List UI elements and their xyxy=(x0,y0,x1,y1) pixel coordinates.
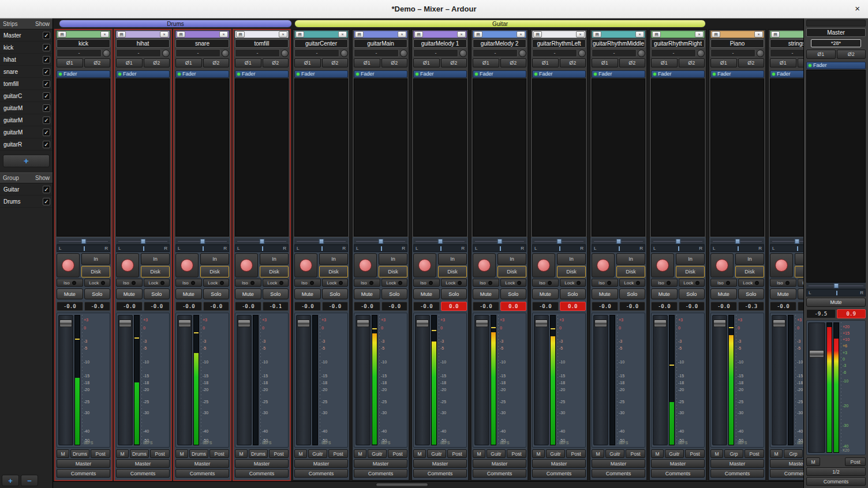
pan-control[interactable] xyxy=(806,283,866,289)
pan-range[interactable]: L R xyxy=(175,245,229,252)
trim-display[interactable]: - xyxy=(175,49,220,57)
input-monitor-button[interactable]: In xyxy=(676,253,705,265)
visibility-checkbox[interactable]: ✓ xyxy=(43,129,50,136)
solo-isolate-button[interactable]: Iso xyxy=(294,279,321,287)
mute-button[interactable]: Mute xyxy=(473,288,499,299)
strip-name-button[interactable]: strings xyxy=(770,39,803,48)
fader-handle[interactable] xyxy=(476,320,488,327)
fader[interactable] xyxy=(534,315,549,445)
m-button[interactable]: M xyxy=(413,449,426,458)
output-button[interactable]: Master xyxy=(57,459,110,468)
disk-monitor-button[interactable]: Disk xyxy=(260,266,289,277)
fader-handle[interactable] xyxy=(238,320,250,327)
strip-color-bar[interactable]: ▤ × xyxy=(57,31,110,38)
phase-invert-2-button[interactable]: Ø2 xyxy=(619,58,646,67)
monitor-icon[interactable]: ▤ xyxy=(295,31,304,37)
peak-display[interactable]: 0.0 xyxy=(560,302,586,311)
monitor-icon[interactable]: ▤ xyxy=(117,31,126,37)
trim-knob[interactable] xyxy=(519,50,526,57)
monitor-icon[interactable]: ▤ xyxy=(533,31,542,37)
phase-invert-1-button[interactable]: Ø1 xyxy=(235,58,261,67)
pan-handle[interactable] xyxy=(735,239,740,244)
gain-display[interactable]: -0.0 xyxy=(532,302,559,311)
strip-name-button[interactable]: Piano xyxy=(710,39,764,48)
phase-invert-2-button[interactable]: Ø2 xyxy=(381,58,408,67)
fader-processor-entry[interactable]: Fader xyxy=(175,70,229,78)
phase-invert-2-button[interactable]: Ø2 xyxy=(837,50,866,59)
trim-knob[interactable] xyxy=(341,50,348,57)
comments-button[interactable]: Comments xyxy=(413,469,467,478)
phase-invert-1-button[interactable]: Ø1 xyxy=(57,58,83,67)
trim-display[interactable]: - xyxy=(473,49,518,57)
record-arm-button[interactable] xyxy=(235,253,258,277)
phase-invert-2-button[interactable]: Ø2 xyxy=(798,58,804,67)
solo-isolate-button[interactable]: Iso xyxy=(116,279,143,287)
fader-handle[interactable] xyxy=(59,320,72,327)
sidebar-strip-item[interactable]: guitarM✓ xyxy=(0,126,53,138)
meter-point-button[interactable]: Post xyxy=(744,449,764,458)
pan-range[interactable]: L R xyxy=(57,245,110,252)
comments-button[interactable]: Comments xyxy=(710,469,764,478)
strip-name-button[interactable]: guitarRhythmLeft xyxy=(532,39,586,48)
processor-box[interactable] xyxy=(294,78,348,237)
input-monitor-button[interactable]: In xyxy=(260,253,289,265)
meter-point-button[interactable]: Post xyxy=(566,449,586,458)
strip-close-icon[interactable]: × xyxy=(160,31,169,37)
fader-processor-entry[interactable]: Fader xyxy=(651,70,705,78)
output-button[interactable]: Master xyxy=(770,459,803,468)
pan-handle[interactable] xyxy=(319,239,324,244)
fader-handle[interactable] xyxy=(594,320,607,327)
solo-isolate-button[interactable]: Iso xyxy=(354,279,380,287)
monitor-icon[interactable]: ▤ xyxy=(712,31,720,37)
strip-close-icon[interactable]: × xyxy=(695,31,704,37)
processor-active-led[interactable] xyxy=(653,73,656,76)
disk-monitor-button[interactable]: Disk xyxy=(141,266,170,277)
phase-invert-2-button[interactable]: Ø2 xyxy=(441,58,467,67)
peak-display[interactable]: -0.0 xyxy=(619,302,646,311)
pan-range[interactable]: L R xyxy=(235,245,289,252)
gain-display[interactable]: -9.5 xyxy=(806,309,836,318)
pan-range[interactable]: L R xyxy=(770,245,803,252)
m-button[interactable]: M xyxy=(710,449,723,458)
pan-handle[interactable] xyxy=(437,239,443,244)
mute-button[interactable]: Mute xyxy=(235,288,261,299)
fader[interactable] xyxy=(474,315,489,445)
fader-handle[interactable] xyxy=(713,320,726,327)
solo-button[interactable]: Solo xyxy=(322,288,349,299)
pan-control[interactable] xyxy=(413,238,467,245)
trim-knob[interactable] xyxy=(757,50,764,57)
trim-knob[interactable] xyxy=(459,50,467,57)
sidebar-strip-item[interactable]: hihat✓ xyxy=(0,54,53,66)
fader[interactable] xyxy=(712,315,727,445)
meter-point-button[interactable]: Post xyxy=(388,449,407,458)
fader-processor-entry[interactable]: Fader xyxy=(354,70,407,78)
add-strip-button[interactable]: + xyxy=(3,155,50,167)
input-monitor-button[interactable]: In xyxy=(319,253,348,265)
gain-display[interactable]: -0.0 xyxy=(592,302,618,311)
pan-range[interactable]: L R xyxy=(592,245,645,252)
strip-name-button[interactable]: guitarMelody 2 xyxy=(473,39,526,48)
solo-lock-button[interactable]: Lock xyxy=(560,279,586,287)
strip-color-bar[interactable]: ▤ × xyxy=(710,31,764,38)
group-button[interactable]: Drums xyxy=(70,449,89,458)
mute-button[interactable]: Mute xyxy=(532,288,559,299)
phase-invert-2-button[interactable]: Ø2 xyxy=(84,58,111,67)
trim-display[interactable]: - xyxy=(592,49,637,57)
processor-active-led[interactable] xyxy=(237,73,240,76)
solo-isolate-button[interactable]: Iso xyxy=(175,279,202,287)
disk-monitor-button[interactable]: Disk xyxy=(676,266,705,277)
strip-name-button[interactable]: kick xyxy=(57,39,110,48)
fader-handle[interactable] xyxy=(119,320,132,327)
pan-handle[interactable] xyxy=(259,239,264,244)
comments-button[interactable]: Comments xyxy=(532,469,586,478)
strip-close-icon[interactable]: × xyxy=(635,31,644,37)
visibility-checkbox[interactable]: ✓ xyxy=(43,141,50,148)
monitor-icon[interactable]: ▤ xyxy=(771,31,780,37)
input-monitor-button[interactable]: In xyxy=(557,253,586,265)
record-arm-button[interactable] xyxy=(175,253,199,277)
pan-control[interactable] xyxy=(235,238,289,245)
output-button[interactable]: Master xyxy=(710,459,764,468)
window-close-button[interactable]: × xyxy=(855,4,860,13)
comments-button[interactable]: Comments xyxy=(592,469,645,478)
horizontal-scrollbar[interactable] xyxy=(53,481,803,488)
